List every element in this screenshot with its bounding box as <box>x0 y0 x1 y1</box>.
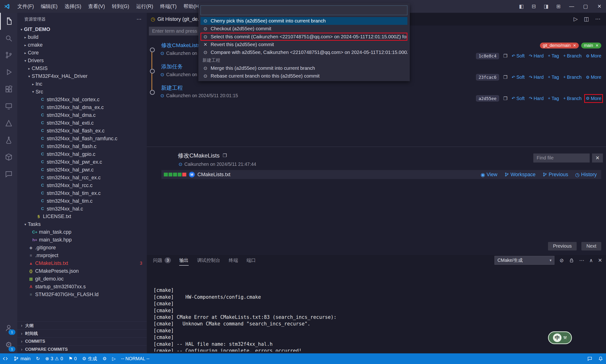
toggle-secondary-sidebar-icon[interactable]: ◨ <box>540 0 552 13</box>
cmake-icon[interactable] <box>0 115 17 132</box>
panel-tab[interactable]: 输出 <box>179 255 189 266</box>
maximize-panel-icon[interactable]: ∧ <box>589 257 593 263</box>
cmake-debug-button[interactable]: ⚙ <box>100 353 109 364</box>
close-button[interactable]: ✕ <box>593 0 606 13</box>
lock-scroll-icon[interactable] <box>569 258 574 263</box>
next-page-button[interactable]: Next <box>581 242 601 250</box>
commit-hash-badge[interactable]: 23fcac6 <box>476 74 499 80</box>
view-link[interactable]: ◉ View <box>481 172 498 178</box>
tree-item[interactable]: C stm32f4xx_hal_flash_ex.c <box>17 127 147 135</box>
account-icon[interactable]: 1 <box>0 319 17 336</box>
tree-item[interactable]: C stm32f4xx_hal.c <box>17 205 147 213</box>
tree-item[interactable]: Core <box>17 49 147 57</box>
notifications-button[interactable] <box>595 353 606 364</box>
tree-item[interactable]: C stm32f4xx_hal_pwr.c <box>17 166 147 174</box>
search-icon[interactable] <box>0 30 17 47</box>
tree-item[interactable]: build <box>17 33 147 41</box>
add-tag-link[interactable]: +Tag <box>548 96 559 101</box>
menu-item[interactable]: 查看(V) <box>85 0 108 13</box>
find-file-input[interactable] <box>533 154 590 162</box>
close-detail-button[interactable]: ✕ <box>592 154 603 162</box>
section-header[interactable]: 时间线 <box>17 329 147 338</box>
reset-hard-link[interactable]: ↷Hard <box>529 75 543 80</box>
branch-indicator[interactable]: main <box>11 353 33 364</box>
workspace-link[interactable]: Workspace <box>504 172 536 178</box>
testing-icon[interactable] <box>0 132 17 149</box>
copy-hash-icon[interactable]: ❐ <box>503 75 508 80</box>
vim-mode-indicator[interactable]: -- NORMAL -- <box>118 353 152 364</box>
commit-subject[interactable]: 添加任务 <box>161 63 183 70</box>
remote-explorer-icon[interactable] <box>0 98 17 115</box>
tree-item[interactable]: {} CMakePresets.json <box>17 267 147 275</box>
tree-item[interactable]: CMSIS <box>17 65 147 72</box>
run-debug-icon[interactable] <box>0 64 17 81</box>
menu-item[interactable]: 文件(F) <box>14 0 37 13</box>
tree-item[interactable]: C stm32f4xx_hal_exti.c <box>17 119 147 127</box>
quickpick-item[interactable]: ✕ Revert this (a2d55ee) commit <box>201 41 407 49</box>
explorer-icon[interactable] <box>0 13 17 30</box>
panel-more-actions-icon[interactable]: ⋯ <box>579 257 584 263</box>
tree-item[interactable]: C stm32f4xx_hal_dma.c <box>17 111 147 119</box>
source-control-icon[interactable] <box>0 47 17 64</box>
flag-indicator[interactable]: ⚑ 0 <box>66 353 80 364</box>
commit-hash-badge[interactable]: 1c8e8c4 <box>476 53 499 59</box>
copy-hash-icon[interactable]: ❐ <box>503 53 508 59</box>
panel-tab[interactable]: 调试控制台 <box>197 255 220 266</box>
add-branch-link[interactable]: +Branch <box>563 96 581 101</box>
copy-hash-icon[interactable]: ❐ <box>503 96 508 101</box>
tree-item[interactable]: C stm32f4xx_hal_tim_ex.c <box>17 189 147 197</box>
commit-hash-badge[interactable]: a2d55ee <box>476 95 499 102</box>
output-channel-select[interactable]: CMake/生成 <box>495 256 554 264</box>
package-icon[interactable] <box>0 149 17 166</box>
remote-branch-badge[interactable]: git_demo/main ✕ <box>540 43 579 49</box>
add-branch-link[interactable]: +Branch <box>563 75 581 80</box>
close-panel-icon[interactable]: ✕ <box>598 257 602 263</box>
run-icon[interactable]: ▷ <box>574 16 578 22</box>
tree-item[interactable]: Tasks <box>17 221 147 228</box>
section-header[interactable]: COMPARE COMMITS <box>17 345 147 353</box>
tree-item[interactable]: ▦ git_demo.ioc <box>17 275 147 283</box>
commit-subject[interactable]: 修改CMakeLists <box>161 42 200 49</box>
reset-hard-link[interactable]: ↷Hard <box>529 53 543 59</box>
previous-link[interactable]: Previous <box>543 172 568 178</box>
more-link[interactable]: ⚙More <box>586 53 602 59</box>
tree-item[interactable]: C stm32f4xx_hal_gpio.c <box>17 150 147 158</box>
explorer-more-actions-icon[interactable]: ⋯ <box>136 16 141 22</box>
menu-item[interactable]: 选择(S) <box>61 0 85 13</box>
editor-more-actions-icon[interactable]: ⋯ <box>595 16 601 22</box>
tree-item[interactable]: Drivers <box>17 57 147 65</box>
previous-page-button[interactable]: Previous <box>548 242 577 250</box>
tree-item[interactable]: C stm32f4xx_hal_rcc.c <box>17 182 147 189</box>
section-header[interactable]: COMMITS <box>17 338 147 346</box>
sync-button[interactable]: ↻ <box>33 353 42 364</box>
tab-git-history[interactable]: ◷ Git History (git_de... <box>147 13 205 26</box>
quickpick-item[interactable]: 新建工程 <box>201 56 407 64</box>
tree-item[interactable]: ▲ CMakeLists.txt 3 <box>17 260 147 267</box>
menu-item[interactable]: 终端(T) <box>157 0 180 13</box>
more-link[interactable]: ⚙More <box>586 96 602 101</box>
remote-window-button[interactable] <box>0 353 11 364</box>
customize-layout-icon[interactable]: ⊞ <box>553 0 564 13</box>
tree-item[interactable]: Src <box>17 88 147 96</box>
changed-file-row[interactable]: M CMakeLists.txt ◉ View Workspace Previo… <box>162 170 601 179</box>
quickpick-input[interactable] <box>201 5 407 15</box>
quickpick-item[interactable]: ⊙ Compare with a2d55ee, Caikunzhen <2210… <box>201 49 407 56</box>
quickpick-item[interactable]: ⊙ Cherry pick this (a2d55ee) commit into… <box>201 17 407 25</box>
menu-item[interactable]: 转到(G) <box>108 0 133 13</box>
tree-item[interactable]: C stm32f4xx_hal_cortex.c <box>17 96 147 103</box>
menu-item[interactable]: 编辑(E) <box>37 0 61 13</box>
tree-item[interactable]: C stm32f4xx_hal_rcc_ex.c <box>17 174 147 182</box>
tree-item[interactable]: C+ main_task.cpp <box>17 228 147 236</box>
quickpick-item[interactable]: ⊙ Select this commit (Caikunzhen <221074… <box>201 33 407 40</box>
add-branch-link[interactable]: +Branch <box>563 53 581 59</box>
tree-item[interactable]: ◆ .gitignore <box>17 244 147 252</box>
menu-item[interactable]: 运行(R) <box>133 0 157 13</box>
output-log[interactable]: [cmake][cmake] HW-Components/config.cmak… <box>153 267 602 352</box>
panel-tab[interactable]: 端口 <box>246 255 256 266</box>
minimize-button[interactable]: — <box>565 0 578 13</box>
feedback-button[interactable] <box>584 353 595 364</box>
cmake-build-button[interactable]: ⚙ 生成 <box>80 353 100 364</box>
split-editor-icon[interactable]: ◫ <box>584 16 589 22</box>
quickpick-item[interactable]: ⊙ Merge this (a2d55ee) commit into curre… <box>201 64 407 72</box>
add-tag-link[interactable]: +Tag <box>548 53 559 59</box>
